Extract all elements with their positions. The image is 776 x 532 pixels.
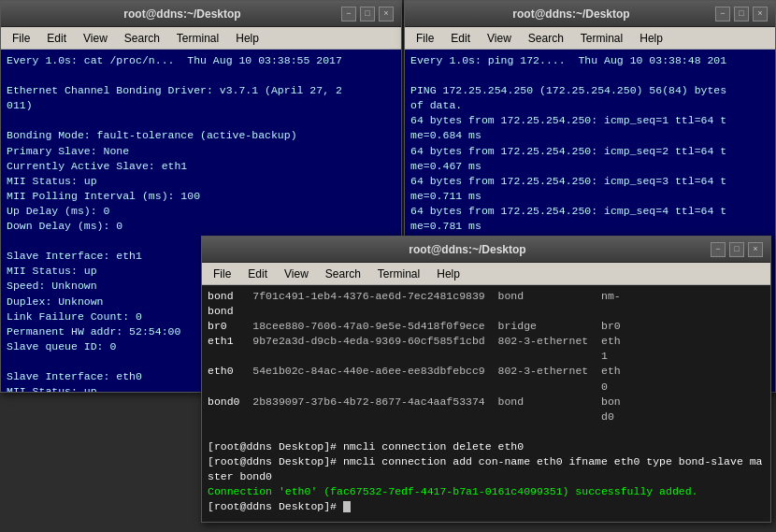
menu-view-1[interactable]: View bbox=[76, 30, 115, 47]
menu-help-1[interactable]: Help bbox=[228, 30, 266, 47]
menu-help-2[interactable]: Help bbox=[632, 30, 670, 47]
title-bar-1: root@ddns:~/Desktop − □ × bbox=[1, 1, 401, 27]
menu-terminal-2[interactable]: Terminal bbox=[573, 30, 630, 47]
terminal-window-3[interactable]: root@ddns:~/Desktop − □ × File Edit View… bbox=[201, 236, 771, 523]
menu-view-2[interactable]: View bbox=[480, 30, 519, 47]
minimize-btn-3[interactable]: − bbox=[711, 242, 726, 257]
minimize-btn-1[interactable]: − bbox=[341, 7, 356, 22]
close-btn-2[interactable]: × bbox=[753, 7, 768, 22]
title-bar-3: root@ddns:~/Desktop − □ × bbox=[202, 237, 770, 263]
close-btn-3[interactable]: × bbox=[748, 242, 763, 257]
menu-help-3[interactable]: Help bbox=[429, 266, 467, 282]
close-btn-1[interactable]: × bbox=[379, 7, 394, 22]
window-controls-2: − □ × bbox=[715, 7, 768, 22]
minimize-btn-2[interactable]: − bbox=[715, 7, 730, 22]
menu-edit-1[interactable]: Edit bbox=[39, 30, 74, 47]
maximize-btn-1[interactable]: □ bbox=[360, 7, 375, 22]
menu-file-2[interactable]: File bbox=[409, 30, 441, 47]
menu-terminal-1[interactable]: Terminal bbox=[169, 30, 226, 47]
menu-terminal-3[interactable]: Terminal bbox=[370, 266, 427, 282]
window-controls-3: − □ × bbox=[711, 242, 763, 257]
menu-file-3[interactable]: File bbox=[206, 266, 238, 282]
terminal-content-3: bond 7f01c491-1eb4-4376-ae6d-7ec2481c983… bbox=[202, 285, 770, 522]
menu-view-3[interactable]: View bbox=[277, 266, 316, 282]
window-title-3: root@ddns:~/Desktop bbox=[224, 243, 711, 256]
menu-file-1[interactable]: File bbox=[5, 30, 37, 47]
menu-search-3[interactable]: Search bbox=[318, 266, 368, 282]
maximize-btn-2[interactable]: □ bbox=[734, 7, 749, 22]
menu-bar-1: File Edit View Search Terminal Help bbox=[1, 27, 401, 50]
window-title-1: root@ddns:~/Desktop bbox=[23, 7, 341, 21]
menu-bar-3: File Edit View Search Terminal Help bbox=[202, 263, 770, 285]
title-bar-2: root@ddns:~/Desktop − □ × bbox=[405, 1, 775, 27]
window-controls-1: − □ × bbox=[341, 7, 394, 22]
menu-edit-2[interactable]: Edit bbox=[443, 30, 478, 47]
menu-search-1[interactable]: Search bbox=[117, 30, 167, 47]
menu-bar-2: File Edit View Search Terminal Help bbox=[405, 27, 775, 50]
maximize-btn-3[interactable]: □ bbox=[729, 242, 744, 257]
window-title-2: root@ddns:~/Desktop bbox=[427, 7, 715, 21]
menu-search-2[interactable]: Search bbox=[521, 30, 571, 47]
menu-edit-3[interactable]: Edit bbox=[240, 266, 275, 282]
